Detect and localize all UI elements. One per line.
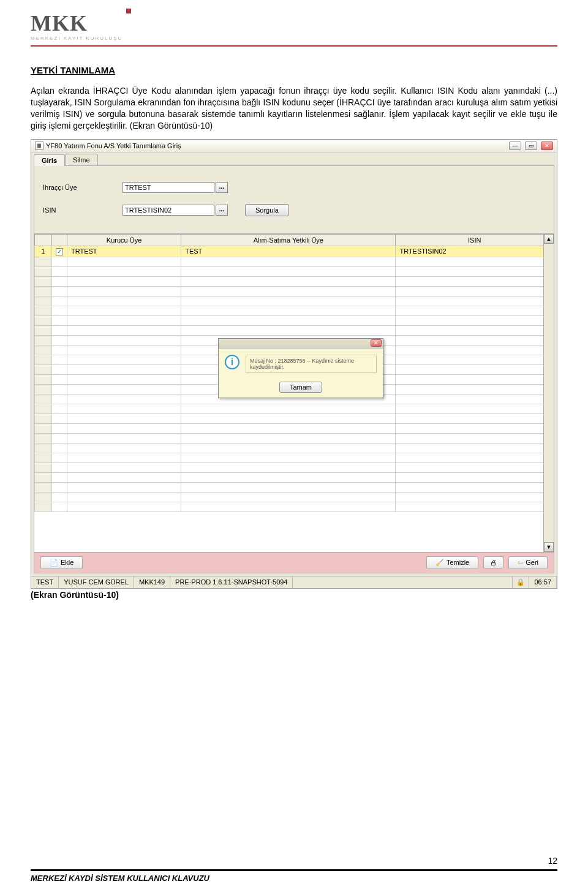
col-check xyxy=(52,234,67,246)
cell-check[interactable]: ✓ xyxy=(52,246,67,257)
status-user1: TEST xyxy=(31,576,59,588)
tab-silme[interactable]: Silme xyxy=(65,154,98,165)
col-isin: ISIN xyxy=(396,234,554,246)
page-header: MKK MERKEZİ KAYIT KURULUŞU xyxy=(31,12,557,42)
status-user2: YUSUF CEM GÜREL xyxy=(59,576,134,588)
back-icon: ⇦ xyxy=(518,559,523,567)
table-row[interactable] xyxy=(35,404,554,414)
titlebar-left: ▦ YF80 Yatırım Fonu A/S Yetki Tanımlama … xyxy=(35,142,181,150)
status-bar: TEST YUSUF CEM GÜREL MKK149 PRE-PROD 1.6… xyxy=(31,576,557,588)
table-row[interactable] xyxy=(35,423,554,433)
status-spacer xyxy=(293,576,513,588)
table-row[interactable] xyxy=(35,443,554,453)
temizle-label: Temizle xyxy=(447,559,469,566)
cell-kurucu: TRTEST xyxy=(67,246,181,257)
section-title: YETKİ TANIMLAMA xyxy=(31,65,557,75)
clear-icon: 🧹 xyxy=(435,559,444,567)
logo-main-text: MKK xyxy=(31,11,88,36)
table-row[interactable] xyxy=(35,492,554,502)
table-row[interactable] xyxy=(35,502,554,512)
maximize-button[interactable]: ▭ xyxy=(525,142,537,150)
window-titlebar: ▦ YF80 Yatırım Fonu A/S Yetki Tanımlama … xyxy=(31,140,557,153)
ekle-button[interactable]: 📄 Ekle xyxy=(40,556,83,569)
col-kurucu: Kurucu Üye xyxy=(67,234,181,246)
sorgula-button[interactable]: Sorgula xyxy=(245,204,289,216)
row-ihracc: İhraççı Üye ... xyxy=(43,182,545,193)
table-row[interactable] xyxy=(35,296,554,306)
geri-button[interactable]: ⇦ Geri xyxy=(508,556,548,569)
dialog-titlebar: ✕ xyxy=(219,339,383,349)
logo-subtitle: MERKEZİ KAYIT KURULUŞU xyxy=(31,36,123,41)
lookup-ihracc-button[interactable]: ... xyxy=(216,182,228,193)
close-button[interactable]: ✕ xyxy=(541,142,553,150)
table-row[interactable] xyxy=(35,482,554,492)
table-row[interactable] xyxy=(35,472,554,482)
logo-main: MKK xyxy=(31,12,123,34)
col-rownum xyxy=(35,234,52,246)
table-row[interactable] xyxy=(35,286,554,296)
table-row[interactable] xyxy=(35,266,554,276)
grid-container: ▲ ▼ Kurucu Üye Alım-Satıma Yetkili Üye I… xyxy=(34,233,554,552)
footer-title: MERKEZİ KAYDİ SİSTEM KULLANICI KLAVUZU xyxy=(31,874,557,883)
temizle-button[interactable]: 🧹 Temizle xyxy=(426,556,478,569)
table-row[interactable] xyxy=(35,463,554,472)
cell-isin: TRTESTISIN02 xyxy=(396,246,554,257)
dialog-close-button[interactable]: ✕ xyxy=(371,339,382,347)
dialog-message: Mesaj No : 218285756 -- Kaydınız sisteme… xyxy=(246,355,377,373)
app-icon: ▦ xyxy=(35,142,43,150)
dialog-button-row: Tamam xyxy=(219,379,383,398)
table-row[interactable]: 1 ✓ TRTEST TEST TRTESTISIN02 xyxy=(35,246,554,257)
cell-rownum: 1 xyxy=(35,246,52,257)
status-env: PRE-PROD 1.6.11-SNAPSHOT-5094 xyxy=(170,576,293,588)
dialog-body: i Mesaj No : 218285756 -- Kaydınız siste… xyxy=(219,349,383,379)
app-window: ▦ YF80 Yatırım Fonu A/S Yetki Tanımlama … xyxy=(31,139,557,589)
form-area: İhraççı Üye ... ISIN ... Sorgula xyxy=(34,166,554,233)
action-bar: 📄 Ekle 🧹 Temizle 🖨 ⇦ Geri xyxy=(34,552,554,573)
message-dialog: ✕ i Mesaj No : 218285756 -- Kaydınız sis… xyxy=(218,338,383,398)
window-title: YF80 Yatırım Fonu A/S Yetki Tanımlama Gi… xyxy=(46,142,181,149)
table-row[interactable] xyxy=(35,453,554,463)
status-host: MKK149 xyxy=(134,576,170,588)
status-time: 06:57 xyxy=(529,576,557,588)
geri-label: Geri xyxy=(526,559,538,566)
window-controls: — ▭ ✕ xyxy=(509,142,553,150)
checkbox-icon[interactable]: ✓ xyxy=(56,248,63,255)
add-icon: 📄 xyxy=(50,559,58,567)
col-yetkili: Alım-Satıma Yetkili Üye xyxy=(181,234,396,246)
mkk-logo: MKK MERKEZİ KAYIT KURULUŞU xyxy=(31,12,123,41)
row-isin: ISIN ... Sorgula xyxy=(43,204,545,216)
lock-icon: 🔒 xyxy=(513,576,529,588)
page-number: 12 xyxy=(31,856,557,866)
input-isin[interactable] xyxy=(123,205,214,216)
scroll-up-icon[interactable]: ▲ xyxy=(544,234,554,244)
scroll-down-icon[interactable]: ▼ xyxy=(544,542,554,552)
lookup-isin-button[interactable]: ... xyxy=(216,205,228,216)
dialog-ok-button[interactable]: Tamam xyxy=(279,382,322,393)
table-row[interactable] xyxy=(35,315,554,325)
print-button[interactable]: 🖨 xyxy=(483,556,503,568)
table-row[interactable] xyxy=(35,325,554,335)
header-rule xyxy=(31,45,557,47)
table-row[interactable] xyxy=(35,257,554,266)
label-ihracc: İhraççı Üye xyxy=(43,184,123,191)
page-footer: 12 MERKEZİ KAYDİ SİSTEM KULLANICI KLAVUZ… xyxy=(31,856,557,883)
cell-yetkili: TEST xyxy=(181,246,396,257)
info-icon: i xyxy=(225,355,239,369)
label-isin: ISIN xyxy=(43,206,123,214)
tab-giris[interactable]: Giris xyxy=(34,154,65,166)
tabs-row: Giris Silme xyxy=(31,153,557,165)
logo-dot-icon xyxy=(126,9,131,13)
section-paragraph: Açılan ekranda İHRAÇCI Üye Kodu alanında… xyxy=(31,85,557,132)
minimize-button[interactable]: — xyxy=(509,142,521,150)
table-row[interactable] xyxy=(35,414,554,423)
table-row[interactable] xyxy=(35,276,554,286)
main-panel: İhraççı Üye ... ISIN ... Sorgula ▲ ▼ xyxy=(34,165,554,573)
footer-rule xyxy=(31,869,557,871)
table-row[interactable] xyxy=(35,306,554,315)
figure-caption: (Ekran Görüntüsü-10) xyxy=(31,590,557,600)
ekle-label: Ekle xyxy=(61,559,74,566)
input-ihracc[interactable] xyxy=(123,182,214,193)
table-row[interactable] xyxy=(35,433,554,443)
printer-icon: 🖨 xyxy=(490,559,497,566)
